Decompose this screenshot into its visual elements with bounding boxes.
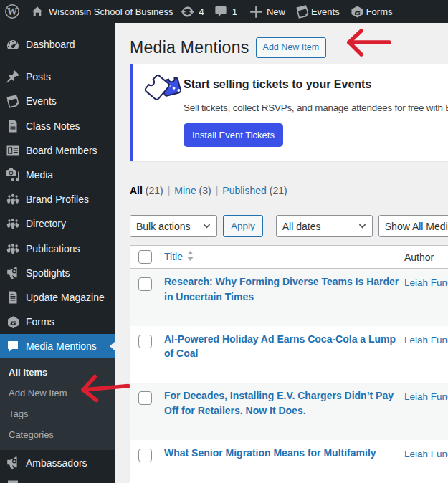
svg-text:W: W — [7, 6, 18, 17]
